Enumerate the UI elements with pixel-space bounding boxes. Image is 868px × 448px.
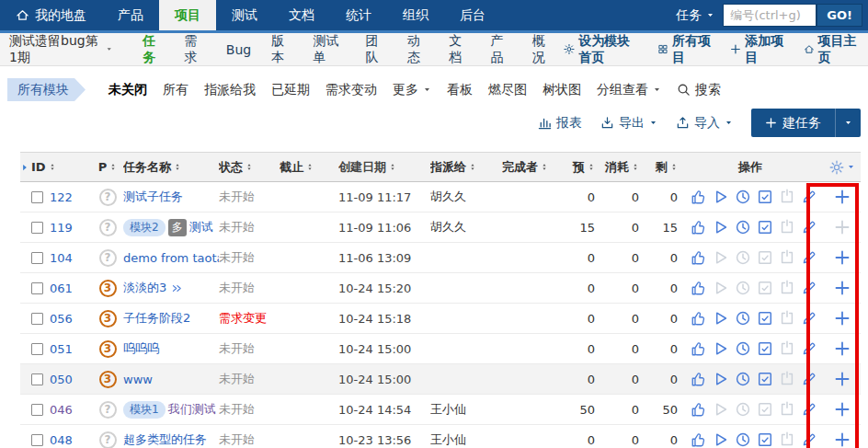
start-icon[interactable] (713, 280, 729, 296)
task-name-link[interactable]: 测试子任务 (123, 189, 183, 205)
filter-assigned-to-me[interactable]: 指派给我 (204, 82, 256, 98)
edit-icon[interactable] (801, 189, 817, 205)
nav-product[interactable]: 产品 (102, 0, 159, 30)
task-name-link[interactable]: 测试 (189, 219, 213, 235)
add-subtask-icon[interactable] (834, 310, 851, 327)
close-icon[interactable] (779, 431, 795, 448)
filter-unclosed[interactable]: 未关闭 (108, 82, 147, 98)
module-breadcrumb[interactable]: 所有模块 (7, 78, 86, 101)
record-effort-icon[interactable] (735, 401, 751, 418)
start-icon[interactable] (713, 340, 729, 357)
tab-story[interactable]: 需求 (174, 33, 215, 66)
nav-doc[interactable]: 文档 (273, 0, 330, 30)
task-id-link[interactable]: 056 (50, 312, 73, 326)
finish-icon[interactable] (757, 280, 773, 296)
close-icon[interactable] (779, 219, 795, 235)
add-subtask-icon[interactable] (834, 219, 851, 235)
task-name-link[interactable]: 淡淡的3 (123, 280, 166, 296)
filter-more-dropdown[interactable]: 更多 (393, 82, 431, 98)
report-button[interactable]: 报表 (538, 115, 582, 132)
column-settings-button[interactable] (829, 160, 855, 175)
view-burndown[interactable]: 燃尽图 (488, 82, 527, 98)
assign-icon[interactable] (691, 189, 707, 205)
row-checkbox[interactable] (31, 313, 43, 325)
header-deadline[interactable]: 截止 (280, 159, 338, 176)
add-subtask-icon[interactable] (834, 249, 851, 266)
row-checkbox[interactable] (31, 252, 43, 264)
task-name-link[interactable]: 我们测试 (168, 401, 216, 418)
edit-icon[interactable] (801, 219, 817, 235)
expand-handle-icon[interactable] (20, 162, 29, 173)
tab-bug[interactable]: Bug (216, 42, 261, 57)
start-icon[interactable] (713, 431, 729, 448)
add-subtask-icon[interactable] (834, 401, 851, 418)
tab-dynamic[interactable]: 动态 (397, 33, 439, 66)
task-name-link[interactable]: 子任务阶段2 (123, 310, 190, 327)
record-effort-icon[interactable] (735, 371, 751, 387)
task-id-link[interactable]: 051 (50, 342, 73, 356)
nav-my-dashboard[interactable]: 我的地盘 (0, 0, 102, 30)
start-icon[interactable] (713, 189, 729, 205)
finish-icon[interactable] (757, 219, 773, 235)
start-icon[interactable] (713, 371, 729, 387)
row-checkbox[interactable] (31, 282, 43, 294)
close-icon[interactable] (779, 310, 795, 327)
header-assigned[interactable]: 指派给 (430, 159, 502, 176)
header-id[interactable]: ID (31, 160, 92, 174)
tab-team[interactable]: 团队 (356, 33, 397, 66)
close-icon[interactable] (779, 340, 795, 357)
filter-delayed[interactable]: 已延期 (271, 82, 310, 98)
assign-icon[interactable] (691, 280, 707, 296)
start-icon[interactable] (713, 219, 729, 235)
record-effort-icon[interactable] (735, 219, 751, 235)
row-checkbox[interactable] (31, 404, 43, 416)
finish-icon[interactable] (757, 431, 773, 448)
record-effort-icon[interactable] (735, 310, 751, 327)
tab-overview[interactable]: 概况 (522, 33, 564, 66)
finish-icon[interactable] (757, 189, 773, 205)
view-kanban[interactable]: 看板 (447, 82, 473, 98)
add-subtask-icon[interactable] (834, 189, 851, 205)
task-name-link[interactable]: www (123, 373, 153, 386)
header-priority[interactable]: P (92, 160, 123, 174)
assign-icon[interactable] (691, 340, 707, 357)
task-name-link[interactable]: 超多类型的任务 (123, 431, 207, 448)
tab-testtask[interactable]: 测试单 (303, 33, 356, 66)
task-id-link[interactable]: 119 (50, 221, 73, 235)
view-tree[interactable]: 树状图 (542, 82, 581, 98)
start-icon[interactable] (713, 310, 729, 327)
close-icon[interactable] (779, 280, 795, 296)
header-estimate[interactable]: 预 (566, 159, 600, 176)
edit-icon[interactable] (801, 280, 817, 296)
record-effort-icon[interactable] (735, 249, 751, 266)
project-home-link[interactable]: 项目主页 (804, 33, 859, 66)
edit-icon[interactable] (801, 401, 817, 418)
finish-icon[interactable] (757, 401, 773, 418)
search-toggle[interactable]: 搜索 (677, 82, 721, 98)
go-button[interactable]: GO! (817, 4, 862, 27)
record-effort-icon[interactable] (735, 280, 751, 296)
nav-admin[interactable]: 后台 (444, 0, 501, 30)
header-left[interactable]: 剩 (644, 159, 682, 176)
all-projects-link[interactable]: 所有项目 (657, 33, 713, 66)
tab-build[interactable]: 版本 (261, 33, 303, 66)
export-dropdown[interactable]: 导出 (600, 115, 657, 132)
close-icon[interactable] (779, 189, 795, 205)
task-id-link[interactable]: 104 (50, 251, 73, 265)
assign-icon[interactable] (691, 431, 707, 448)
nav-project[interactable]: 项目 (159, 0, 216, 30)
assign-icon[interactable] (691, 401, 707, 418)
quick-search-input[interactable] (723, 4, 817, 27)
add-subtask-icon[interactable] (834, 280, 851, 296)
close-icon[interactable] (779, 371, 795, 387)
nav-org[interactable]: 组织 (387, 0, 444, 30)
add-project-link[interactable]: 添加项目 (730, 33, 785, 66)
close-icon[interactable] (779, 401, 795, 418)
add-subtask-icon[interactable] (834, 340, 851, 357)
row-checkbox[interactable] (31, 343, 43, 355)
row-checkbox[interactable] (31, 373, 43, 385)
create-task-dropdown[interactable] (835, 109, 861, 137)
tab-doc[interactable]: 文档 (439, 33, 480, 66)
project-switcher[interactable]: 测试遗留bug第1期 (9, 33, 112, 66)
group-view-dropdown[interactable]: 分组查看 (597, 82, 661, 98)
